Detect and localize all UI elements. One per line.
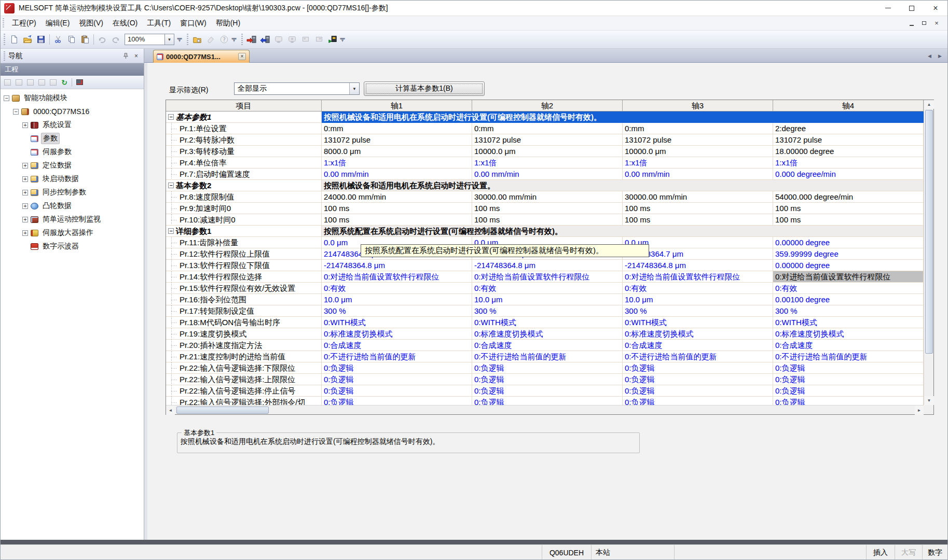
vertical-scrollbar[interactable]: ▲ ▼: [924, 100, 933, 405]
row-label[interactable]: Pr.3:每转移动量: [166, 146, 322, 157]
row-label[interactable]: Pr.22:输入信号逻辑选择:上限限位: [166, 374, 322, 385]
menu-tools[interactable]: 工具(T): [142, 17, 175, 30]
scroll-up-icon[interactable]: ▲: [924, 100, 934, 109]
grid-cell[interactable]: 1:x1倍: [623, 157, 773, 169]
grid-cell[interactable]: 131072 pulse: [322, 134, 472, 146]
group-expander-icon[interactable]: −: [168, 183, 174, 188]
grid-cell[interactable]: 300 %: [623, 305, 773, 317]
row-label[interactable]: Pr.13:软件行程限位下限值: [166, 260, 322, 271]
tree-item-servo-amplifier-operation[interactable]: +伺服放大器操作: [1, 226, 144, 240]
grid-cell[interactable]: 0:对进给当前值设置软件行程限位: [322, 271, 472, 283]
grid-cell[interactable]: 1:x1倍: [773, 157, 924, 169]
grid-cell[interactable]: 0:负逻辑: [623, 397, 773, 405]
group-expander-icon[interactable]: −: [168, 228, 174, 234]
grid-cell[interactable]: 0:合成速度: [472, 340, 623, 351]
grid-cell[interactable]: 0:负逻辑: [623, 362, 773, 374]
grid-cell[interactable]: 18.00000 degree: [773, 146, 924, 157]
grid-cell[interactable]: 10.0 μm: [472, 294, 623, 305]
row-label[interactable]: Pr.17:转矩限制设定值: [166, 305, 322, 317]
grid-cell[interactable]: 0:负逻辑: [322, 385, 472, 397]
grid-cell[interactable]: 0:负逻辑: [773, 362, 924, 374]
grid-cell[interactable]: 0:负逻辑: [773, 397, 924, 405]
row-label[interactable]: Pr.20:插补速度指定方法: [166, 340, 322, 351]
grid-cell[interactable]: 100 ms: [623, 214, 773, 226]
save-project-button[interactable]: [34, 33, 48, 46]
grid-cell[interactable]: 0.000 degree/min: [773, 169, 924, 180]
tree-item-0000-qd77ms16[interactable]: −0000:QD77MS16: [1, 105, 144, 118]
grid-cell[interactable]: 0:负逻辑: [623, 374, 773, 385]
grid-cell[interactable]: 24000.00 mm/min: [322, 191, 472, 203]
servo-on-button[interactable]: [326, 33, 339, 46]
grid-cell[interactable]: 1:x1倍: [472, 157, 623, 169]
grid-cell[interactable]: 0:不进行进给当前值的更新: [623, 351, 773, 362]
row-label[interactable]: −详细参数1: [166, 226, 322, 237]
grid-cell[interactable]: 0:标准速度切换模式: [322, 328, 472, 340]
grid-cell[interactable]: 0.00 mm/min: [322, 169, 472, 180]
grid-cell[interactable]: 10.0 μm: [623, 294, 773, 305]
grid-cell[interactable]: 0:合成速度: [623, 340, 773, 351]
child-minimize-button[interactable]: [906, 19, 917, 28]
tree-expander-icon[interactable]: −: [4, 95, 9, 101]
tree-item-digital-oscilloscope[interactable]: 数字示波器: [1, 240, 144, 253]
tree-item-block-start-data[interactable]: +块启动数据: [1, 172, 144, 186]
tree-item-parameter[interactable]: 参数: [1, 132, 144, 145]
row-label[interactable]: Pr.14:软件行程限位选择: [166, 271, 322, 283]
grid-cell[interactable]: 30000.00 mm/min: [623, 191, 773, 203]
tab-scroll-left-button[interactable]: ◀: [925, 51, 934, 60]
row-label[interactable]: −基本参数2: [166, 180, 322, 191]
grid-cell[interactable]: 0:负逻辑: [472, 374, 623, 385]
tree-item-positioning-data[interactable]: +定位数据: [1, 159, 144, 172]
grid-cell[interactable]: 0.00000 degree: [773, 260, 924, 271]
grid-cell[interactable]: 10000.0 μm: [472, 146, 623, 157]
grid-cell[interactable]: 0:mm: [322, 123, 472, 134]
column-header-axis4[interactable]: 轴4: [773, 100, 924, 111]
vertical-scrollbar-thumb[interactable]: [925, 110, 933, 354]
row-label[interactable]: Pr.4:单位倍率: [166, 157, 322, 169]
tree-expander-icon[interactable]: +: [22, 230, 28, 236]
group-expander-icon[interactable]: −: [168, 114, 174, 120]
grid-cell[interactable]: 100 ms: [623, 203, 773, 214]
horizontal-scrollbar-thumb[interactable]: [176, 407, 269, 414]
display-filter-combobox[interactable]: 全部显示 ▼: [234, 82, 360, 95]
grid-cell[interactable]: 0:有效: [773, 283, 924, 294]
tree-item-cam-data[interactable]: +凸轮数据: [1, 199, 144, 213]
row-label[interactable]: Pr.22:输入信号逻辑选择:外部指令/切: [166, 397, 322, 405]
grid-cell[interactable]: -214748364.8 μm: [472, 260, 623, 271]
grid-cell[interactable]: 100 ms: [773, 203, 924, 214]
tree-expander-icon[interactable]: −: [13, 109, 19, 115]
grid-cell[interactable]: 0:WITH模式: [322, 317, 472, 328]
grid-cell[interactable]: 100 ms: [773, 214, 924, 226]
row-label[interactable]: Pr.21:速度控制时的进给当前值: [166, 351, 322, 362]
maximize-button[interactable]: [900, 1, 924, 16]
grid-cell[interactable]: 0:对进给当前值设置软件行程限位: [472, 271, 623, 283]
grid-cell[interactable]: -214748364.8 μm: [623, 260, 773, 271]
grid-cell[interactable]: 0:负逻辑: [472, 397, 623, 405]
grid-cell[interactable]: 30000.00 mm/min: [472, 191, 623, 203]
copy-button[interactable]: [65, 33, 78, 46]
grid-cell[interactable]: 1:x1倍: [322, 157, 472, 169]
combobox-dropdown-icon[interactable]: ▼: [349, 83, 359, 94]
column-header-item[interactable]: 项目: [166, 100, 322, 111]
row-label[interactable]: Pr.7:启动时偏置速度: [166, 169, 322, 180]
group-description-cell[interactable]: 按照机械设备和适用电机在系统启动时进行设置。: [322, 180, 924, 191]
tree-expander-icon[interactable]: +: [22, 203, 28, 209]
read-from-module-button[interactable]: [258, 33, 272, 46]
scroll-right-icon[interactable]: ►: [915, 405, 924, 415]
menu-view[interactable]: 视图(V): [74, 17, 108, 30]
grid-cell[interactable]: 0:负逻辑: [322, 397, 472, 405]
grid-cell[interactable]: 0:对进给当前值设置软件行程限位: [773, 271, 924, 283]
grid-cell[interactable]: 0:不进行进给当前值的更新: [322, 351, 472, 362]
grid-cell[interactable]: 100 ms: [472, 214, 623, 226]
row-label[interactable]: Pr.18:M代码ON信号输出时序: [166, 317, 322, 328]
row-label[interactable]: Pr.22:输入信号逻辑选择:下限限位: [166, 362, 322, 374]
grid-cell[interactable]: 0:负逻辑: [773, 385, 924, 397]
row-label[interactable]: Pr.22:输入信号逻辑选择:停止信号: [166, 385, 322, 397]
grid-cell[interactable]: 0:对进给当前值设置软件行程限位: [623, 271, 773, 283]
tree-tool-device-button[interactable]: [74, 77, 85, 88]
menu-project[interactable]: 工程(P): [7, 17, 41, 30]
grid-cell[interactable]: 0:mm: [623, 123, 773, 134]
grid-cell[interactable]: 0:WITH模式: [773, 317, 924, 328]
toolbar-overflow-icon[interactable]: ▬▾: [176, 33, 183, 46]
minimize-button[interactable]: [876, 1, 900, 16]
grid-cell[interactable]: 131072 pulse: [472, 134, 623, 146]
